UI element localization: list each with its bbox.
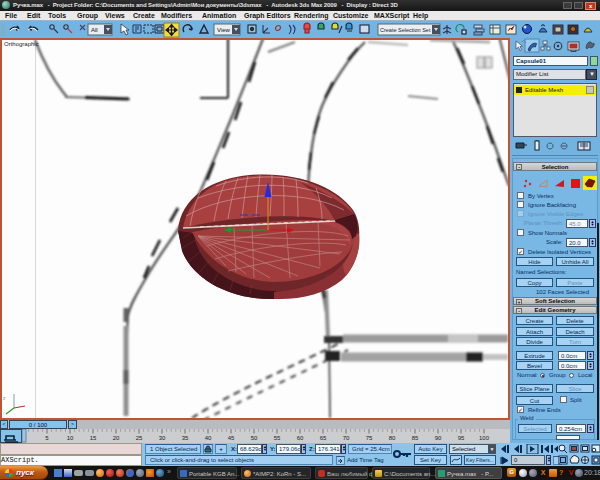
svg-text:5: 5 bbox=[45, 435, 49, 441]
svg-text:All: All bbox=[91, 27, 98, 33]
svg-text:65: 65 bbox=[320, 435, 327, 441]
svg-text:10: 10 bbox=[67, 435, 74, 441]
svg-text:20: 20 bbox=[113, 435, 120, 441]
svg-text:50: 50 bbox=[251, 435, 258, 441]
svg-text:60: 60 bbox=[297, 435, 304, 441]
svg-text:45: 45 bbox=[228, 435, 235, 441]
svg-text:25: 25 bbox=[136, 435, 143, 441]
svg-text:95: 95 bbox=[458, 435, 465, 441]
svg-text:85: 85 bbox=[412, 435, 419, 441]
svg-text:55: 55 bbox=[274, 435, 281, 441]
svg-text:80: 80 bbox=[389, 435, 396, 441]
svg-text:15: 15 bbox=[90, 435, 97, 441]
svg-text:z: z bbox=[3, 395, 6, 401]
svg-text:Create Selection Set: Create Selection Set bbox=[380, 27, 431, 33]
svg-text:View: View bbox=[217, 27, 231, 33]
svg-text:90: 90 bbox=[435, 435, 442, 441]
svg-text:100: 100 bbox=[479, 435, 490, 441]
svg-text:70: 70 bbox=[343, 435, 350, 441]
svg-text:75: 75 bbox=[366, 435, 373, 441]
svg-text:40: 40 bbox=[205, 435, 212, 441]
svg-text:35: 35 bbox=[182, 435, 189, 441]
svg-text:30: 30 bbox=[159, 435, 166, 441]
